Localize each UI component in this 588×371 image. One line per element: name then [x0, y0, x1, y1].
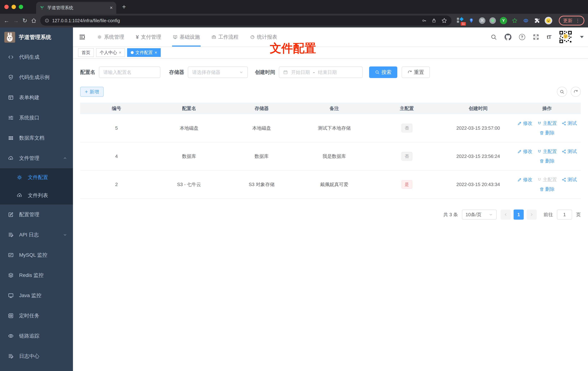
toggle-search-button[interactable]: [557, 87, 567, 97]
browser-menu-icon[interactable]: ⋮: [575, 18, 580, 23]
extension-green-dot-icon[interactable]: [489, 17, 496, 24]
sidebar-item-api-log[interactable]: API 日志: [0, 225, 73, 245]
tag-file-config[interactable]: 文件配置×: [127, 48, 161, 57]
fullscreen-icon[interactable]: [533, 34, 539, 40]
logo[interactable]: 芋道管理系统: [0, 27, 73, 47]
goto-label: 前往: [544, 212, 553, 218]
extension-command-icon[interactable]: ⌘: [479, 17, 485, 24]
start-date-placeholder[interactable]: 开始日期: [291, 69, 310, 75]
extension-tab-manager-icon[interactable]: 11: [457, 17, 464, 24]
minimize-window-button[interactable]: [11, 5, 16, 9]
delete-action[interactable]: 删除: [539, 130, 555, 136]
master-action[interactable]: 主配置: [537, 120, 557, 127]
goto-page-input[interactable]: [557, 210, 572, 220]
test-action[interactable]: 测试: [562, 148, 577, 155]
extensions-puzzle-icon[interactable]: [534, 17, 541, 24]
code-icon: [8, 54, 14, 60]
sidebar-item-form-builder[interactable]: 表单构建: [0, 87, 73, 108]
delete-action[interactable]: 删除: [539, 186, 555, 192]
sidebar-item-trace[interactable]: 链路追踪: [0, 326, 73, 346]
nav-infra[interactable]: 基础设施: [167, 27, 206, 47]
site-info-icon[interactable]: [45, 18, 49, 23]
address-bar[interactable]: 127.0.0.1:1024/infra/file/file-config: [40, 16, 452, 26]
search-icon[interactable]: [491, 34, 497, 40]
collapse-sidebar-button[interactable]: [73, 27, 91, 47]
test-action[interactable]: 测试: [562, 120, 577, 127]
browser-update-button[interactable]: 更新 ⋮: [559, 16, 584, 25]
sidebar-item-code-gen-demo[interactable]: 代码生成示例: [0, 67, 73, 87]
prev-page-button[interactable]: [501, 210, 511, 220]
master-action[interactable]: 主配置: [537, 148, 557, 155]
config-name-input[interactable]: [103, 70, 156, 75]
storage-select[interactable]: 请选择存储器: [188, 66, 248, 78]
github-icon[interactable]: [504, 34, 511, 41]
add-button[interactable]: +新增: [80, 87, 104, 97]
top-nav: 系统管理 ¥支付管理 基础设施 工作流程 统计报表: [91, 27, 283, 47]
password-key-icon[interactable]: [422, 18, 427, 23]
chevron-down-icon: [63, 233, 67, 237]
tab-close-icon[interactable]: ×: [110, 5, 113, 11]
next-page-button[interactable]: [527, 210, 537, 220]
reload-icon[interactable]: ↻: [22, 17, 27, 24]
forward-icon[interactable]: →: [13, 17, 19, 24]
end-date-placeholder[interactable]: 结束日期: [318, 69, 337, 75]
search-icon: [560, 89, 564, 94]
nav-system-manage[interactable]: 系统管理: [91, 27, 130, 47]
sidebar-item-file-list[interactable]: 文件列表: [0, 186, 73, 204]
new-tab-button[interactable]: +: [122, 3, 126, 11]
nav-report[interactable]: 统计报表: [244, 27, 283, 47]
share-icon[interactable]: [432, 18, 436, 23]
table-row: 4 数据库 数据库 我是数据库 否 2022-03-15 23:56:24 修改…: [80, 142, 581, 170]
back-icon[interactable]: ←: [4, 17, 9, 24]
sidebar-item-java-monitor[interactable]: Java 监控: [0, 285, 73, 306]
page-number-1[interactable]: 1: [514, 210, 524, 220]
zoom-window-button[interactable]: [19, 5, 23, 9]
dashboard-icon: [250, 35, 255, 39]
close-icon[interactable]: ×: [119, 50, 121, 55]
sidebar-item-scheduled-task[interactable]: 定时任务: [0, 306, 73, 326]
hamburger-icon: [79, 34, 86, 41]
sidebar-item-code-gen[interactable]: 代码生成: [0, 47, 73, 67]
sidebar-item-file-config[interactable]: 文件配置: [0, 168, 73, 186]
edit-action[interactable]: 修改: [517, 148, 532, 155]
sidebar-item-config-manage[interactable]: 配置管理: [0, 204, 73, 225]
delete-action[interactable]: 删除: [539, 158, 555, 164]
edit-action[interactable]: 修改: [517, 177, 532, 183]
favicon-sprout-icon: [40, 5, 44, 10]
edit-action[interactable]: 修改: [517, 120, 532, 127]
profile-avatar-icon[interactable]: [545, 17, 552, 24]
home-icon[interactable]: [31, 18, 37, 23]
extension-star-icon[interactable]: [511, 17, 518, 24]
extension-pin-icon[interactable]: [468, 17, 475, 24]
extension-eye-icon[interactable]: [522, 17, 529, 24]
nav-workflow[interactable]: 工作流程: [206, 27, 244, 47]
tag-profile[interactable]: 个人中心×: [96, 48, 125, 57]
sidebar-item-db-doc[interactable]: 数据库文档: [0, 128, 73, 148]
screen: 芋道管理系统 × + ← → ↻ 127.0.0.1:1024/infra/fi…: [0, 0, 588, 371]
avatar-dropdown-caret[interactable]: [580, 36, 584, 38]
close-window-button[interactable]: [4, 5, 9, 9]
sidebar-item-file-manage[interactable]: 文件管理: [0, 148, 73, 168]
yen-icon: ¥: [136, 34, 139, 40]
sidebar-item-log-center[interactable]: 日志中心: [0, 346, 73, 366]
sidebar-item-system-api[interactable]: 系统接口: [0, 108, 73, 128]
page-size-select[interactable]: 10条/页: [462, 210, 497, 220]
test-action[interactable]: 测试: [562, 177, 577, 183]
search-button[interactable]: 搜索: [369, 66, 397, 78]
pencil-icon: [517, 149, 522, 154]
font-size-icon[interactable]: tT: [547, 34, 551, 40]
close-icon[interactable]: ×: [155, 50, 157, 55]
user-avatar[interactable]: [559, 30, 572, 44]
extension-y-icon[interactable]: Y: [500, 17, 507, 24]
date-range-picker[interactable]: 开始日期 - 结束日期: [279, 66, 363, 78]
browser-tab[interactable]: 芋道管理系统 ×: [36, 2, 116, 14]
sidebar-item-redis-monitor[interactable]: Redis 监控: [0, 265, 73, 285]
reset-button[interactable]: 重置: [402, 66, 430, 78]
refresh-table-button[interactable]: [571, 87, 581, 97]
url-text[interactable]: 127.0.0.1:1024/infra/file/file-config: [52, 18, 419, 23]
nav-pay-manage[interactable]: ¥支付管理: [130, 27, 167, 47]
tag-home[interactable]: 首页: [78, 48, 94, 57]
help-icon[interactable]: ?: [519, 34, 525, 40]
bookmark-star-icon[interactable]: [441, 18, 447, 23]
sidebar-item-mysql-monitor[interactable]: MySQL 监控: [0, 245, 73, 265]
